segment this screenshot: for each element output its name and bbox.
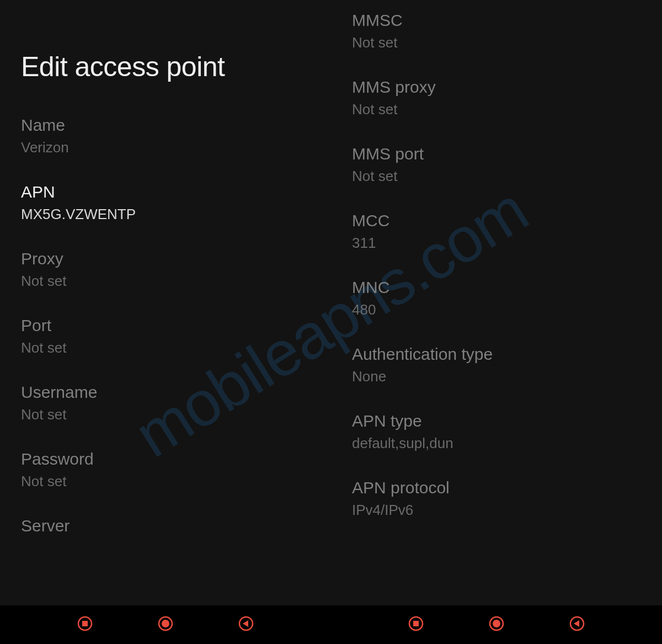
setting-proxy[interactable]: Proxy Not set — [21, 249, 331, 290]
setting-value: MX5G.VZWENTP — [21, 206, 331, 223]
setting-mms-port[interactable]: MMS port Not set — [352, 145, 662, 185]
circle-icon — [158, 616, 173, 634]
circle-icon — [489, 616, 504, 634]
setting-name[interactable]: Name Verizon — [21, 116, 331, 156]
setting-label: APN — [21, 183, 331, 201]
setting-value: Not set — [352, 34, 662, 51]
svg-marker-5 — [243, 620, 248, 627]
setting-value: IPv4/IPv6 — [352, 502, 662, 519]
recents-button[interactable] — [406, 615, 426, 635]
setting-auth-type[interactable]: Authentication type None — [352, 345, 662, 385]
setting-value: 480 — [352, 301, 662, 318]
svg-rect-1 — [82, 621, 88, 626]
setting-server[interactable]: Server — [21, 517, 331, 535]
setting-label: APN type — [352, 412, 662, 430]
setting-label: MMS port — [352, 145, 662, 163]
setting-value: Not set — [352, 101, 662, 118]
setting-label: Proxy — [21, 249, 331, 268]
svg-point-9 — [493, 620, 500, 627]
setting-value: Not set — [21, 273, 331, 290]
setting-label: Password — [21, 450, 331, 469]
setting-label: MNC — [352, 278, 662, 297]
setting-label: Authentication type — [352, 345, 662, 364]
setting-label: Server — [21, 517, 331, 535]
setting-value: Verizon — [21, 139, 331, 156]
navigation-bar — [0, 605, 662, 644]
square-icon — [77, 616, 93, 634]
setting-port[interactable]: Port Not set — [21, 316, 331, 356]
setting-value: Not set — [352, 168, 662, 185]
right-column: MMSC Not set MMS proxy Not set MMS port … — [331, 0, 662, 605]
setting-apn-type[interactable]: APN type default,supl,dun — [352, 412, 662, 452]
recents-button[interactable] — [75, 615, 95, 635]
setting-label: Port — [21, 316, 331, 335]
setting-mnc[interactable]: MNC 480 — [352, 278, 662, 318]
setting-mcc[interactable]: MCC 311 — [352, 211, 662, 252]
setting-label: Username — [21, 383, 331, 402]
left-column: Edit access point Name Verizon APN MX5G.… — [0, 0, 331, 605]
triangle-left-icon — [569, 616, 585, 634]
setting-label: Name — [21, 116, 331, 135]
back-button[interactable] — [567, 615, 587, 635]
setting-mms-proxy[interactable]: MMS proxy Not set — [352, 78, 662, 118]
svg-point-3 — [162, 620, 169, 627]
nav-left-group — [0, 605, 331, 644]
svg-rect-7 — [413, 621, 419, 626]
setting-username[interactable]: Username Not set — [21, 383, 331, 423]
setting-value: None — [352, 368, 662, 385]
setting-value: Not set — [21, 473, 331, 490]
home-button[interactable] — [156, 615, 175, 635]
setting-value: Not set — [21, 406, 331, 423]
square-icon — [408, 616, 424, 634]
page-title: Edit access point — [21, 51, 331, 83]
setting-label: MMSC — [352, 11, 662, 30]
setting-label: APN protocol — [352, 478, 662, 497]
setting-apn[interactable]: APN MX5G.VZWENTP — [21, 183, 331, 223]
setting-mmsc[interactable]: MMSC Not set — [352, 11, 662, 51]
back-button[interactable] — [236, 615, 256, 635]
nav-right-group — [331, 605, 662, 644]
setting-label: MCC — [352, 211, 662, 230]
setting-value: 311 — [352, 235, 662, 252]
setting-value: default,supl,dun — [352, 435, 662, 452]
svg-marker-11 — [574, 620, 579, 627]
home-button[interactable] — [487, 615, 506, 635]
setting-value: Not set — [21, 339, 331, 356]
setting-apn-protocol[interactable]: APN protocol IPv4/IPv6 — [352, 478, 662, 519]
setting-password[interactable]: Password Not set — [21, 450, 331, 490]
setting-label: MMS proxy — [352, 78, 662, 97]
triangle-left-icon — [238, 616, 254, 634]
